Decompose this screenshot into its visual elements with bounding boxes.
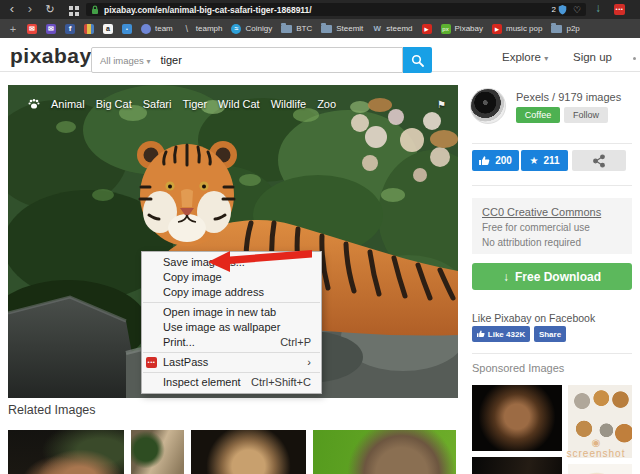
facebook-share-button[interactable]: Share bbox=[534, 326, 566, 342]
bookmark-steemd[interactable]: Wsteemd bbox=[372, 24, 412, 34]
bookmark-amazon[interactable]: a bbox=[103, 24, 113, 34]
bookmark-pixabay[interactable]: pxPixabay bbox=[441, 24, 483, 34]
paw-icon bbox=[28, 98, 40, 110]
favorite-button[interactable]: ★ 211 bbox=[521, 150, 568, 171]
license-line: No attribution required bbox=[482, 237, 622, 248]
amazon-icon: a bbox=[103, 24, 113, 34]
tag-wildlife[interactable]: Wildlife bbox=[271, 98, 306, 110]
tag-zoo[interactable]: Zoo bbox=[317, 98, 336, 110]
back-icon[interactable]: ‹ bbox=[5, 0, 19, 19]
thumb-up-icon bbox=[479, 156, 490, 166]
menu-item-lastpass[interactable]: ••• LastPass › bbox=[142, 355, 321, 370]
bookmark-teamph[interactable]: \teamph bbox=[182, 24, 223, 34]
related-images-row bbox=[8, 430, 458, 474]
share-button[interactable] bbox=[572, 150, 626, 171]
related-image[interactable] bbox=[131, 430, 184, 474]
youtube-icon: ▶ bbox=[492, 24, 502, 34]
bookmark-music-pop[interactable]: ▶music pop bbox=[492, 24, 542, 34]
follow-button[interactable]: Follow bbox=[564, 107, 608, 123]
related-image[interactable] bbox=[191, 430, 306, 474]
explore-menu[interactable]: Explore ▾ bbox=[502, 51, 548, 63]
tag-big-cat[interactable]: Big Cat bbox=[96, 98, 132, 110]
bookmark-chat[interactable]: • bbox=[122, 24, 132, 34]
search-query: tiger bbox=[160, 54, 181, 66]
related-image[interactable] bbox=[313, 430, 456, 474]
search-input[interactable]: All images ▾ tiger bbox=[91, 47, 403, 73]
shield-icon[interactable] bbox=[558, 5, 567, 15]
chevron-down-icon: ▾ bbox=[146, 57, 150, 66]
sponsored-image[interactable] bbox=[472, 385, 562, 451]
license-line: Free for commercial use bbox=[482, 222, 622, 233]
star-icon: ★ bbox=[529, 155, 538, 166]
license-link[interactable]: CC0 Creative Commons bbox=[482, 206, 622, 218]
bookmark-mail[interactable]: ✉ bbox=[46, 24, 56, 34]
sign-up-link[interactable]: Sign up bbox=[573, 51, 612, 63]
browser-toolbar: ‹ › ↻ pixabay.com/en/animal-big-cat-safa… bbox=[0, 0, 640, 19]
heart-icon[interactable]: ♡ bbox=[573, 5, 581, 15]
chat-icon: • bbox=[122, 24, 132, 34]
reload-icon[interactable]: ↻ bbox=[43, 0, 57, 19]
address-bar[interactable]: pixabay.com/en/animal-big-cat-safari-tig… bbox=[86, 3, 586, 16]
bookmark-folder-steemit[interactable]: Steemit bbox=[321, 24, 363, 33]
bookmark-folder-btc[interactable]: BTC bbox=[281, 24, 312, 33]
tag-animal[interactable]: Animal bbox=[51, 98, 85, 110]
bookmark-shop[interactable] bbox=[84, 24, 94, 34]
share-icon bbox=[592, 154, 606, 168]
bookmark-folder-p2p[interactable]: p2p bbox=[551, 24, 579, 33]
avatar[interactable] bbox=[470, 88, 506, 124]
bookmark-youtube[interactable]: ▶ bbox=[422, 24, 432, 34]
bookmark-team[interactable]: team bbox=[141, 24, 173, 34]
menu-item-print[interactable]: Print...Ctrl+P bbox=[142, 335, 321, 350]
coffee-button[interactable]: Coffee bbox=[516, 107, 560, 123]
menu-separator bbox=[143, 372, 320, 373]
search-icon bbox=[411, 54, 424, 67]
bookmark-gmail[interactable]: ✉ bbox=[27, 24, 37, 34]
forward-icon[interactable]: › bbox=[23, 0, 37, 19]
facebook-like-button[interactable]: Like 432K bbox=[472, 326, 530, 342]
photo-tags: Animal Big Cat Safari Tiger Wild Cat Wil… bbox=[28, 98, 446, 110]
author-line[interactable]: Pexels / 9179 images bbox=[516, 91, 621, 103]
tag-tiger[interactable]: Tiger bbox=[182, 98, 207, 110]
pixabay-logo[interactable]: pixabay bbox=[10, 44, 92, 68]
downloads-icon[interactable]: ↓ bbox=[595, 1, 601, 15]
facebook-prompt: Like Pixabay on Facebook bbox=[472, 312, 595, 324]
sponsored-image[interactable] bbox=[568, 464, 632, 474]
menu-separator bbox=[143, 352, 320, 353]
download-icon: ↓ bbox=[503, 270, 509, 284]
submenu-arrow-icon: › bbox=[307, 355, 311, 370]
bookmark-add[interactable]: + bbox=[8, 24, 18, 34]
lastpass-extension-icon[interactable]: ••• bbox=[614, 4, 625, 15]
tag-wild-cat[interactable]: Wild Cat bbox=[218, 98, 260, 110]
search-button[interactable] bbox=[403, 47, 432, 73]
free-download-button[interactable]: ↓ Free Download bbox=[472, 263, 632, 290]
bookmark-facebook[interactable]: f bbox=[65, 24, 75, 34]
thumb-up-icon bbox=[477, 330, 485, 338]
tag-safari[interactable]: Safari bbox=[143, 98, 172, 110]
flag-icon[interactable]: ⚑ bbox=[437, 99, 446, 110]
shop-icon bbox=[84, 24, 94, 34]
mail-icon: ✉ bbox=[46, 24, 56, 34]
lock-icon bbox=[91, 5, 99, 15]
watermark: ◉ screenshot bbox=[556, 437, 636, 459]
overflow-dot bbox=[633, 57, 636, 60]
menu-item-copy-image-address[interactable]: Copy image address bbox=[142, 285, 321, 300]
menu-separator bbox=[143, 302, 320, 303]
license-box: CC0 Creative Commons Free for commercial… bbox=[472, 198, 632, 254]
facebook-icon: f bbox=[65, 24, 75, 34]
related-image[interactable] bbox=[8, 430, 124, 474]
url-text: pixabay.com/en/animal-big-cat-safari-tig… bbox=[104, 5, 312, 15]
menu-item-use-image-as-wallpaper[interactable]: Use image as wallpaper bbox=[142, 320, 321, 335]
sponsored-image[interactable] bbox=[472, 457, 562, 474]
like-button[interactable]: 200 bbox=[472, 150, 519, 171]
folder-icon bbox=[281, 25, 292, 33]
folder-icon bbox=[321, 25, 332, 33]
bookmark-coinigy[interactable]: ≈Coinigy bbox=[231, 24, 272, 34]
menu-item-inspect-element[interactable]: Inspect elementCtrl+Shift+C bbox=[142, 375, 321, 390]
search-filter-dropdown[interactable]: All images ▾ bbox=[100, 55, 150, 66]
speed-dial-icon[interactable] bbox=[69, 6, 73, 10]
menu-item-open-image-new-tab[interactable]: Open image in new tab bbox=[142, 305, 321, 320]
steem-icon: W bbox=[372, 24, 382, 34]
coinigy-icon: ≈ bbox=[231, 24, 241, 34]
annotation-arrow bbox=[206, 247, 316, 275]
bookmarks-bar: + ✉ ✉ f a • team \teamph ≈Coinigy BTC St… bbox=[0, 19, 640, 38]
